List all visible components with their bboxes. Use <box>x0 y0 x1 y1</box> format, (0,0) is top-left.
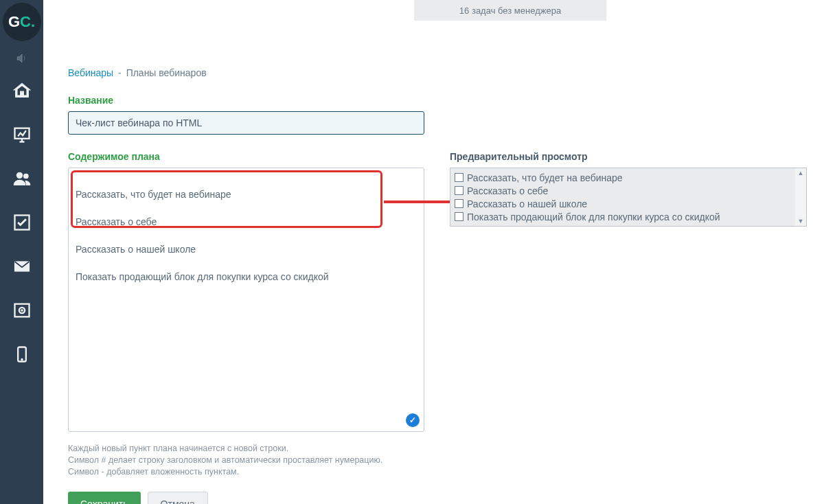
plan-text: Рассказать, что будет на вебинаре Расска… <box>69 168 424 303</box>
checkbox-icon[interactable] <box>455 212 464 221</box>
grammar-check-icon[interactable] <box>406 413 420 427</box>
sidebar-tasks[interactable] <box>0 201 43 244</box>
svg-point-1 <box>16 172 22 178</box>
safe-icon <box>12 301 32 320</box>
label-name: Название <box>68 95 824 106</box>
users-icon <box>12 169 32 188</box>
label-preview: Предварительный просмотр <box>450 151 807 162</box>
sidebar-safe[interactable] <box>0 288 43 332</box>
sidebar-messages[interactable] <box>0 244 43 288</box>
preview-item: Показать продающий блок для покупки курс… <box>455 210 802 223</box>
preview-item: Рассказать, что будет на вебинаре <box>455 171 802 184</box>
logo[interactable]: GC. <box>3 3 41 41</box>
svg-point-7 <box>21 310 22 311</box>
preview-box: Рассказать, что будет на вебинаре Расска… <box>450 168 807 227</box>
plan-textarea[interactable]: Рассказать, что будет на вебинаре Расска… <box>68 168 424 432</box>
save-button[interactable]: Сохранить <box>68 492 141 504</box>
svg-point-9 <box>21 358 22 360</box>
name-input[interactable] <box>68 111 424 135</box>
breadcrumb-link-webinars[interactable]: Вебинары <box>68 67 113 78</box>
sidebar-presentation[interactable] <box>0 113 43 157</box>
main-content: 16 задач без менеджера Вебинары - Планы … <box>43 0 824 504</box>
breadcrumb-current: Планы вебинаров <box>126 67 207 78</box>
presentation-icon <box>12 125 32 144</box>
breadcrumb: Вебинары - Планы вебинаров <box>68 67 824 78</box>
checkbox-icon[interactable] <box>455 199 464 208</box>
label-content: Содержимое плана <box>68 151 425 162</box>
check-square-icon <box>12 213 32 232</box>
svg-rect-0 <box>14 128 29 139</box>
cancel-button[interactable]: Отмена <box>148 492 208 504</box>
mobile-icon <box>12 345 32 364</box>
help-text: Каждый новый пункт плана начинается с но… <box>68 443 425 478</box>
sidebar: GC. <box>0 0 43 504</box>
svg-point-2 <box>23 174 28 179</box>
home-icon <box>12 81 32 100</box>
sidebar-home[interactable] <box>0 69 43 113</box>
preview-scrollbar[interactable]: ▲▼ <box>795 168 806 226</box>
sidebar-sound[interactable] <box>0 48 43 69</box>
top-notice-bar[interactable]: 16 задач без менеджера <box>414 0 606 21</box>
breadcrumb-sep: - <box>118 67 122 78</box>
checkbox-icon[interactable] <box>455 173 464 182</box>
sidebar-mobile[interactable] <box>0 332 43 376</box>
preview-column: Предварительный просмотр Рассказать, что… <box>450 151 807 504</box>
envelope-icon <box>12 257 32 276</box>
sidebar-users[interactable] <box>0 157 43 201</box>
sound-icon <box>16 52 28 65</box>
preview-item: Рассказать о нашей школе <box>455 197 802 210</box>
checkbox-icon[interactable] <box>455 186 464 195</box>
preview-item: Рассказать о себе <box>455 184 802 197</box>
plan-column: Содержимое плана Рассказать, что будет н… <box>68 151 425 504</box>
